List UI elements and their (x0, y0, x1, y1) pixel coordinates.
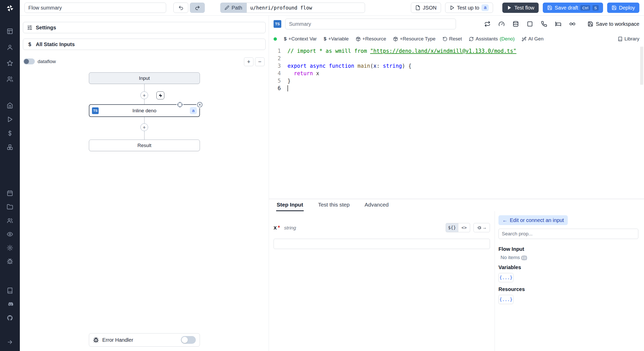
connect-input-column: ← Edit or connect an input Flow Input No… (495, 211, 644, 351)
typescript-badge: TS (274, 20, 281, 28)
add-resource-button[interactable]: +Resource (356, 36, 386, 42)
reset-code-button[interactable]: Reset (443, 36, 462, 42)
step-input-form: x * string ${} <> (269, 211, 495, 351)
apps-grid-icon[interactable] (6, 28, 14, 35)
crosshair-icon (177, 102, 183, 108)
move-node-button[interactable] (176, 101, 183, 108)
code-mode-button[interactable]: <> (458, 223, 470, 232)
step-summary-input[interactable] (285, 19, 456, 29)
flow-input-section-title: Flow Input (498, 246, 524, 252)
collapse-sidebar-arrow-icon[interactable] (6, 339, 14, 345)
star-icon[interactable] (6, 60, 14, 66)
path-input[interactable] (247, 3, 365, 13)
variables-braces-button[interactable]: {...} (498, 273, 513, 282)
dollar-icon[interactable] (6, 130, 14, 136)
code-line: 6 (269, 85, 644, 92)
delete-node-button[interactable] (196, 101, 203, 108)
test-flow-button[interactable]: Test flow (502, 3, 539, 13)
redo-icon (195, 5, 200, 11)
gear-icon[interactable] (6, 244, 14, 251)
user-icon[interactable] (6, 44, 14, 50)
template-mode-button[interactable]: ${} (446, 223, 458, 232)
code-editor[interactable]: 1// import * as wmill from "https://deno… (269, 46, 644, 199)
argument-row: x * string ${} <> (274, 223, 490, 232)
edit-or-connect-button[interactable]: ← Edit or connect an input (498, 215, 568, 225)
early-stop-gauge-icon[interactable] (498, 20, 505, 28)
resources-braces-button[interactable]: {...} (498, 295, 513, 304)
stop-square-icon[interactable] (526, 20, 533, 28)
users-icon[interactable] (6, 76, 14, 82)
suspend-phone-icon[interactable] (540, 20, 548, 28)
add-resource-type-button[interactable]: +Resource Type (393, 36, 436, 42)
all-static-inputs-button[interactable]: $ All Static Inputs (23, 39, 266, 50)
json-file-icon (415, 5, 420, 10)
ai-gen-button[interactable]: AI Gen (522, 36, 544, 42)
path-group: Path (220, 3, 365, 13)
add-step-button[interactable]: + (140, 91, 148, 99)
editor-header: TS Save to workspace (269, 16, 644, 32)
test-up-to-button[interactable]: Test up to a (445, 3, 493, 13)
refresh-icon (469, 37, 474, 41)
editor-scrollbar[interactable] (640, 47, 643, 85)
tab-test-this-step[interactable]: Test this step (318, 200, 350, 211)
connect-input-button[interactable]: → (473, 223, 490, 232)
home-icon[interactable] (6, 102, 14, 109)
add-variable-button[interactable]: $ +Variable (324, 36, 349, 42)
play-icon[interactable] (6, 116, 14, 123)
package-icon (356, 37, 361, 41)
boxes-icon[interactable] (6, 144, 14, 150)
folder-icon[interactable] (6, 203, 14, 210)
undo-button[interactable] (173, 3, 188, 13)
input-node[interactable]: Input (89, 72, 200, 84)
plus-icon: + (143, 125, 146, 130)
flow-settings-button[interactable]: Settings (23, 22, 266, 33)
calendar-icon[interactable] (6, 190, 14, 196)
bug-icon (93, 337, 99, 343)
lightning-icon (158, 93, 163, 98)
add-trigger-button[interactable] (156, 91, 164, 99)
search-prop-input[interactable] (498, 229, 638, 239)
github-icon[interactable] (6, 314, 14, 321)
concurrency-infinity-icon[interactable] (569, 20, 576, 28)
book-icon[interactable] (6, 287, 14, 294)
save-icon (547, 5, 552, 10)
discord-icon[interactable] (6, 301, 14, 307)
dataflow-toggle[interactable] (23, 58, 35, 64)
library-button[interactable]: Library (618, 36, 639, 42)
result-node[interactable]: Result (89, 140, 200, 151)
json-button[interactable]: JSON (411, 3, 441, 13)
assistants-button[interactable]: Assistants (Deno) (469, 36, 515, 42)
sidebar-group-4 (6, 287, 14, 321)
code-line: 5} (269, 77, 644, 85)
flow-input-empty-text: No items ([]) (498, 255, 527, 260)
zoom-out-button[interactable]: − (255, 57, 265, 66)
dollar-icon: $ (324, 36, 327, 42)
error-handler-label: Error Handler (102, 337, 133, 343)
deploy-button[interactable]: Deploy (607, 3, 639, 13)
tab-step-input[interactable]: Step Input (276, 200, 304, 211)
cache-database-icon[interactable] (512, 20, 519, 28)
redo-button[interactable] (190, 3, 205, 13)
sidebar-group-2 (6, 102, 14, 150)
group-icon[interactable] (6, 217, 14, 224)
tab-advanced[interactable]: Advanced (364, 200, 389, 211)
add-step-button[interactable]: + (140, 123, 148, 131)
zoom-in-button[interactable]: + (244, 57, 253, 66)
error-handler-row[interactable]: Error Handler (89, 333, 200, 347)
flow-summary-input[interactable] (24, 3, 166, 13)
x-value-input[interactable] (274, 239, 490, 249)
edit-path-button[interactable]: Path (220, 3, 247, 13)
save-draft-button[interactable]: Save draft Ctrl S (543, 3, 603, 13)
dataflow-row: dataflow (23, 58, 56, 64)
bug-icon[interactable] (6, 258, 14, 265)
inline-deno-node[interactable]: TS Inline deno a (89, 104, 200, 117)
retries-icon[interactable] (484, 20, 491, 28)
eye-icon[interactable] (6, 231, 14, 237)
sleep-bed-icon[interactable] (555, 20, 562, 28)
add-context-var-button[interactable]: $ +Context Var (284, 36, 317, 42)
app-root: Path JSON Test up to a Test flow (0, 0, 644, 351)
error-handler-toggle[interactable] (181, 336, 196, 344)
save-to-workspace-button[interactable]: Save to workspace (588, 21, 639, 27)
step-bottom-panel: Step Input Test this step Advanced x * s… (269, 199, 644, 351)
windmill-logo-icon[interactable] (6, 4, 14, 12)
